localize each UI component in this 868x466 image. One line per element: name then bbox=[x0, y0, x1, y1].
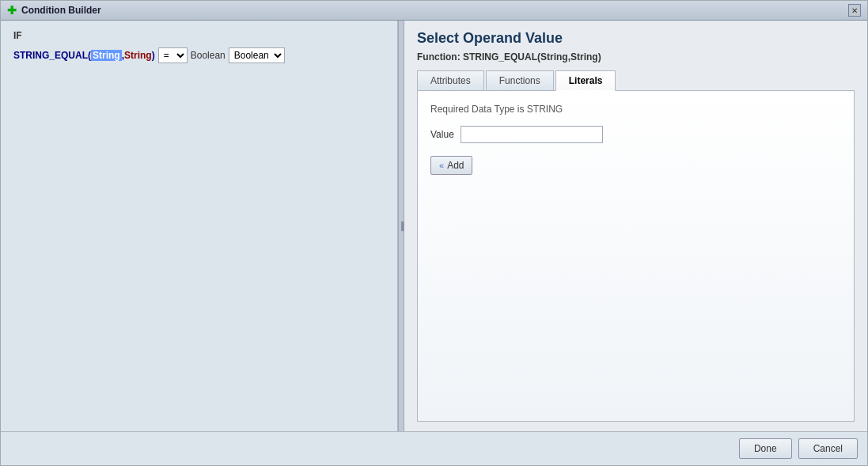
plus-icon: ✚ bbox=[7, 4, 17, 17]
return-type: Boolean bbox=[191, 50, 226, 61]
return-select[interactable]: Boolean bbox=[229, 47, 285, 63]
panel-splitter[interactable]: ▐ bbox=[398, 21, 404, 431]
if-label: IF bbox=[13, 30, 385, 41]
tabs: Attributes Functions Literals bbox=[417, 70, 855, 91]
func-name: STRING_EQUAL(String,String) bbox=[13, 50, 155, 61]
condition-row: STRING_EQUAL(String,String) = != Boolean… bbox=[13, 47, 385, 63]
value-label: Value bbox=[430, 129, 454, 140]
value-row: Value bbox=[430, 126, 841, 143]
add-button[interactable]: « Add bbox=[430, 156, 472, 175]
title-bar-left: ✚ Condition Builder bbox=[7, 4, 101, 17]
window-title: Condition Builder bbox=[21, 5, 101, 16]
tab-functions[interactable]: Functions bbox=[486, 70, 554, 91]
left-panel: IF STRING_EQUAL(String,String) = != Bool… bbox=[1, 21, 398, 431]
add-button-label: Add bbox=[447, 160, 464, 171]
function-label: Function: STRING_EQUAL(String,String) bbox=[417, 51, 855, 63]
tab-attributes[interactable]: Attributes bbox=[417, 70, 484, 91]
right-panel: Select Operand Value Function: STRING_EQ… bbox=[404, 21, 867, 431]
panel-title: Select Operand Value bbox=[417, 30, 855, 47]
main-content: IF STRING_EQUAL(String,String) = != Bool… bbox=[1, 21, 867, 431]
tab-literals[interactable]: Literals bbox=[555, 70, 616, 91]
close-button[interactable]: ✕ bbox=[848, 4, 861, 17]
cancel-button[interactable]: Cancel bbox=[798, 438, 858, 459]
done-button[interactable]: Done bbox=[739, 438, 792, 459]
param2: String bbox=[124, 50, 152, 61]
required-data-type-text: Required Data Type is STRING bbox=[430, 104, 841, 115]
param1-highlight: String bbox=[91, 50, 122, 61]
title-bar: ✚ Condition Builder ✕ bbox=[1, 1, 867, 21]
tab-content-literals: Required Data Type is STRING Value « Add bbox=[417, 90, 855, 422]
operator-select[interactable]: = != bbox=[158, 47, 188, 63]
condition-builder-window: ✚ Condition Builder ✕ IF STRING_EQUAL(St… bbox=[0, 0, 868, 466]
bottom-bar: Done Cancel bbox=[1, 431, 867, 465]
value-input[interactable] bbox=[461, 126, 603, 143]
chevron-left-icon: « bbox=[439, 161, 444, 170]
